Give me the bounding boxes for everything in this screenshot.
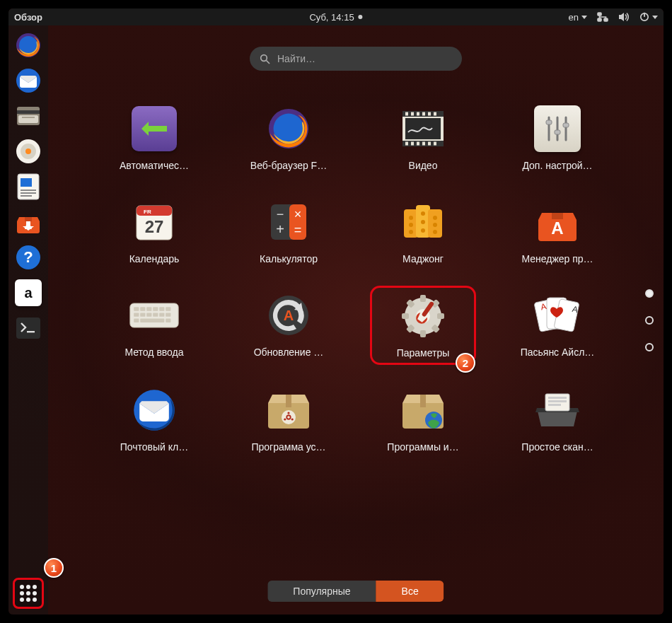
svg-rect-39 <box>434 112 436 116</box>
dock-terminal[interactable] <box>13 313 44 344</box>
page-dot[interactable] <box>645 343 654 351</box>
svg-rect-36 <box>417 112 419 116</box>
svg-point-69 <box>421 228 425 233</box>
app-thunderbird[interactable]: Почтовый кл… <box>101 380 207 458</box>
dock-amazon[interactable]: a <box>13 277 44 308</box>
app-firefox[interactable]: Веб-браузер F… <box>236 99 342 177</box>
svg-rect-94 <box>420 295 426 302</box>
svg-point-64 <box>409 216 413 220</box>
svg-rect-45 <box>434 142 436 146</box>
dock-thunderbird[interactable] <box>13 65 44 96</box>
page-dot[interactable] <box>645 316 654 325</box>
svg-rect-0 <box>598 13 601 16</box>
svg-rect-20 <box>21 195 32 197</box>
svg-rect-113 <box>548 400 567 402</box>
app-aisleriot[interactable]: AA Пасьянс Айсл… <box>504 286 610 365</box>
app-label: Видео <box>409 160 438 171</box>
svg-rect-34 <box>405 112 408 116</box>
svg-point-107 <box>284 418 286 420</box>
search-input[interactable] <box>277 53 452 64</box>
chevron-down-icon <box>652 16 658 19</box>
clock[interactable]: Суб, 14:15 <box>309 12 362 23</box>
app-software-manager[interactable]: A Менеджер пр… <box>504 192 610 270</box>
svg-rect-4 <box>644 13 645 17</box>
keyboard-layout-indicator[interactable]: en <box>569 12 587 23</box>
toggle-frequent[interactable]: Популярные <box>267 581 376 602</box>
app-label: Пасьянс Айсл… <box>521 347 595 358</box>
clock-text: Суб, 14:15 <box>309 12 354 23</box>
app-simple-scan[interactable]: Простое скан… <box>504 380 610 458</box>
svg-text:A: A <box>551 219 563 238</box>
app-label: Менеджер пр… <box>521 253 593 264</box>
activities-button[interactable]: Обзор <box>14 12 42 23</box>
svg-rect-82 <box>134 313 139 316</box>
svg-text:A: A <box>25 219 33 231</box>
svg-text:=: = <box>294 223 302 237</box>
notification-dot-icon <box>359 15 363 19</box>
svg-rect-25 <box>16 318 40 339</box>
svg-rect-18 <box>21 190 36 191</box>
applications-overview: Автоматичес… Веб-браузер F… Видео Доп. н… <box>48 25 664 615</box>
app-label: Метод ввода <box>124 347 183 358</box>
calendar-day: 27 <box>145 217 164 236</box>
app-calendar[interactable]: FR27 Календарь <box>101 192 207 270</box>
svg-text:?: ? <box>23 248 33 266</box>
show-applications-button[interactable] <box>13 578 44 609</box>
dock-rhythmbox[interactable] <box>13 136 44 167</box>
svg-rect-89 <box>140 319 164 322</box>
svg-point-105 <box>287 412 289 414</box>
chevron-down-icon <box>581 16 587 19</box>
volume-icon[interactable] <box>618 12 630 22</box>
svg-rect-51 <box>555 130 560 134</box>
svg-rect-54 <box>137 206 172 216</box>
app-label: Простое скан… <box>521 441 593 453</box>
svg-rect-77 <box>140 307 145 310</box>
dock-software[interactable]: A <box>13 206 44 238</box>
svg-rect-35 <box>411 112 414 116</box>
dock-firefox[interactable] <box>13 30 44 61</box>
top-bar: Обзор Суб, 14:15 en <box>8 8 664 25</box>
page-indicator[interactable] <box>645 289 654 351</box>
power-icon[interactable] <box>639 12 658 22</box>
svg-rect-85 <box>153 313 158 316</box>
page-dot[interactable] <box>645 289 654 298</box>
app-input-method[interactable]: Метод ввода <box>101 286 207 365</box>
svg-rect-2 <box>598 18 601 21</box>
svg-rect-78 <box>146 307 151 310</box>
app-mahjongg[interactable]: Маджонг <box>370 192 476 270</box>
network-icon[interactable] <box>597 12 608 22</box>
search-field[interactable] <box>250 47 462 71</box>
app-tweaks[interactable]: Доп. настрой… <box>504 99 610 177</box>
svg-rect-10 <box>18 115 38 123</box>
app-label: Маджонг <box>402 253 444 264</box>
svg-rect-37 <box>422 112 425 116</box>
svg-rect-26 <box>27 331 35 332</box>
dock-writer[interactable] <box>13 171 44 202</box>
app-video[interactable]: Видео <box>370 99 476 177</box>
app-label: Параметры <box>397 347 450 359</box>
dock-help[interactable]: ? <box>13 242 44 273</box>
app-label: Почтовый кл… <box>120 441 189 453</box>
view-toggle: Популярные Все <box>267 581 444 602</box>
dock-files[interactable] <box>13 100 44 132</box>
app-software-sources[interactable]: Программы и… <box>370 380 476 458</box>
app-automatic[interactable]: Автоматичес… <box>101 99 207 177</box>
svg-text:A: A <box>572 304 579 315</box>
app-grid: Автоматичес… Веб-браузер F… Видео Доп. н… <box>101 99 610 458</box>
toggle-all[interactable]: Все <box>376 581 444 602</box>
annotation-badge-1: 1 <box>44 558 64 578</box>
app-updater[interactable]: A Обновление … <box>236 286 342 365</box>
app-settings[interactable]: Параметры 2 <box>370 286 476 365</box>
app-installer[interactable]: Программа ус… <box>236 380 342 458</box>
svg-point-14 <box>25 149 31 154</box>
svg-rect-38 <box>428 112 431 116</box>
svg-rect-17 <box>21 178 32 187</box>
svg-rect-80 <box>159 307 164 310</box>
app-calculator[interactable]: −+×= Калькулятор <box>236 192 342 270</box>
svg-line-28 <box>267 60 270 64</box>
svg-text:+: + <box>276 221 284 237</box>
app-label: Доп. настрой… <box>522 160 592 171</box>
svg-rect-46 <box>405 118 441 139</box>
dock: A ? a <box>8 25 48 615</box>
svg-point-65 <box>409 223 413 227</box>
